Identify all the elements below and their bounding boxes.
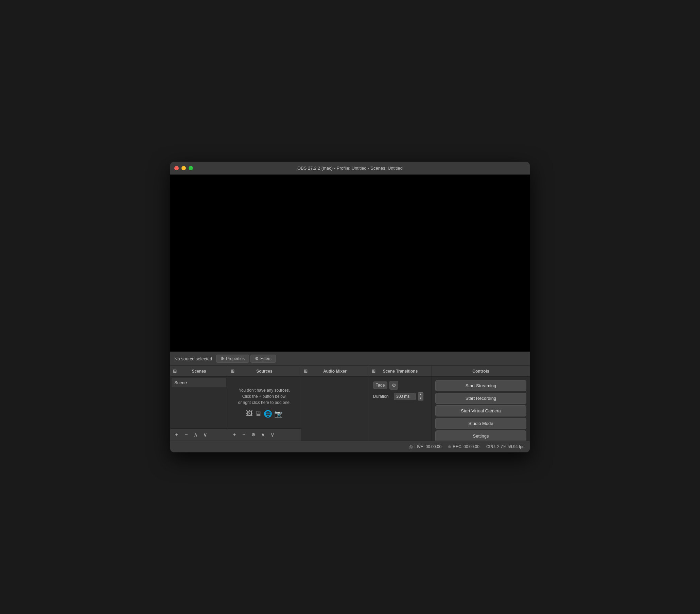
audio-mixer-label: Audio Mixer	[323, 369, 347, 373]
start-recording-button[interactable]: Start Recording	[435, 393, 526, 404]
statusbar: ◎ LIVE: 00:00:00 REC: 00:00:00 CPU: 2.7%…	[170, 441, 530, 452]
start-virtual-camera-button[interactable]: Start Virtual Camera	[435, 405, 526, 417]
scenes-footer: + − ∧ ∨	[170, 428, 228, 441]
sources-add-button[interactable]: +	[231, 431, 238, 439]
controls-label: Controls	[472, 369, 489, 373]
duration-decrement-button[interactable]: ▼	[418, 396, 423, 401]
sources-remove-button[interactable]: −	[240, 431, 248, 439]
scenes-remove-button[interactable]: −	[183, 431, 190, 439]
studio-mode-button[interactable]: Studio Mode	[435, 418, 526, 429]
scenes-up-button[interactable]: ∧	[192, 431, 199, 439]
settings-label: Settings	[473, 433, 489, 439]
image-source-icon: 🖼	[246, 410, 253, 418]
close-button[interactable]	[174, 166, 179, 170]
scenes-label: Scenes	[192, 369, 206, 373]
controls-content: Start Streaming Start Recording Start Vi…	[432, 377, 530, 441]
scenes-panel: ⊞ Scenes Scene + − ∧ ∨	[170, 366, 228, 441]
gear-icon: ⚙	[221, 356, 224, 361]
sources-down-button[interactable]: ∨	[269, 431, 276, 439]
properties-button[interactable]: ⚙ Properties	[216, 355, 249, 363]
controls-buttons: Start Streaming Start Recording Start Vi…	[433, 378, 528, 441]
duration-stepper: ▲ ▼	[418, 392, 423, 401]
duration-increment-button[interactable]: ▲	[418, 392, 423, 396]
settings-button[interactable]: Settings	[435, 430, 526, 441]
scenes-down-button[interactable]: ∨	[201, 431, 209, 439]
bottom-panel: ⊞ Scenes Scene + − ∧ ∨ ⊞ Sources	[170, 366, 530, 441]
transition-type-row: Fade ⚙	[373, 381, 427, 390]
titlebar: OBS 27.2.2 (mac) - Profile: Untitled - S…	[170, 162, 530, 175]
sources-empty-state: You don't have any sources.Click the + b…	[229, 378, 299, 427]
filters-button[interactable]: ⚙ Filters	[250, 355, 276, 363]
controls-panel: Controls Start Streaming Start Recording…	[432, 366, 530, 441]
cpu-status: CPU: 2.7%,59.94 fps	[486, 444, 524, 449]
window-title: OBS 27.2.2 (mac) - Profile: Untitled - S…	[297, 165, 403, 171]
rec-status: REC: 00:00:00	[448, 444, 479, 449]
display-source-icon: 🖥	[255, 410, 262, 418]
sources-empty-text: You don't have any sources.Click the + b…	[238, 387, 291, 406]
start-streaming-label: Start Streaming	[465, 383, 496, 388]
window-controls	[174, 166, 193, 170]
preview-canvas	[170, 175, 530, 352]
source-status: No source selected	[174, 356, 212, 361]
start-virtual-camera-label: Start Virtual Camera	[461, 408, 501, 414]
rec-dot	[448, 445, 451, 448]
rec-label: REC: 00:00:00	[453, 444, 479, 449]
sources-label: Sources	[256, 369, 272, 373]
filters-label: Filters	[260, 356, 272, 361]
sources-footer: + − ⚙ ∧ ∨	[228, 428, 301, 441]
live-icon: ◎	[409, 444, 413, 450]
duration-value: 300 ms	[394, 393, 416, 400]
scene-name: Scene	[174, 380, 187, 385]
transition-settings-button[interactable]: ⚙	[389, 381, 398, 390]
transitions-expand-icon[interactable]: ⊞	[372, 369, 375, 373]
maximize-button[interactable]	[189, 166, 193, 170]
scenes-add-button[interactable]: +	[173, 431, 180, 439]
duration-label: Duration	[373, 394, 392, 399]
properties-label: Properties	[226, 356, 245, 361]
browser-source-icon: 🌐	[264, 410, 272, 418]
start-streaming-button[interactable]: Start Streaming	[435, 380, 526, 391]
audio-mixer-content	[301, 377, 369, 441]
sources-header: ⊞ Sources	[228, 366, 301, 377]
transitions-header: ⊞ Scene Transitions	[369, 366, 432, 377]
transitions-label: Scene Transitions	[383, 369, 418, 373]
scene-transitions-panel: ⊞ Scene Transitions Fade ⚙ Duration	[369, 366, 432, 441]
transition-duration-row: Duration 300 ms ▲ ▼	[373, 392, 427, 401]
minimize-button[interactable]	[182, 166, 186, 170]
list-item[interactable]: Scene	[172, 378, 226, 387]
sources-settings-button[interactable]: ⚙	[250, 431, 257, 439]
sources-expand-icon[interactable]: ⊞	[231, 369, 235, 373]
audio-expand-icon[interactable]: ⊞	[304, 369, 308, 373]
scenes-expand-icon[interactable]: ⊞	[173, 369, 177, 373]
studio-mode-label: Studio Mode	[468, 421, 493, 426]
sources-up-button[interactable]: ∧	[259, 431, 267, 439]
filter-icon: ⚙	[255, 356, 259, 361]
sources-content: You don't have any sources.Click the + b…	[228, 377, 301, 428]
audio-mixer-header: ⊞ Audio Mixer	[301, 366, 369, 377]
source-type-icons: 🖼 🖥 🌐 📷	[246, 410, 283, 418]
cpu-label: CPU: 2.7%,59.94 fps	[486, 444, 524, 449]
audio-mixer-panel: ⊞ Audio Mixer	[301, 366, 369, 441]
live-status: ◎ LIVE: 00:00:00	[409, 444, 441, 450]
live-label: LIVE: 00:00:00	[415, 444, 441, 449]
source-bar-buttons: ⚙ Properties ⚙ Filters	[216, 355, 276, 363]
transition-select-wrapper: Fade	[373, 381, 387, 389]
scenes-list: Scene	[170, 377, 228, 428]
scenes-header: ⊞ Scenes	[170, 366, 228, 377]
sources-panel: ⊞ Sources You don't have any sources.Cli…	[228, 366, 301, 441]
transition-type-select[interactable]: Fade	[373, 381, 387, 389]
start-recording-label: Start Recording	[465, 396, 496, 401]
transitions-content: Fade ⚙ Duration 300 ms ▲ ▼	[369, 377, 432, 441]
controls-header: Controls	[432, 366, 530, 377]
obs-window: OBS 27.2.2 (mac) - Profile: Untitled - S…	[170, 161, 530, 453]
camera-source-icon: 📷	[274, 410, 283, 418]
source-bar: No source selected ⚙ Properties ⚙ Filter…	[170, 352, 530, 366]
transition-controls: Fade ⚙ Duration 300 ms ▲ ▼	[371, 378, 430, 403]
